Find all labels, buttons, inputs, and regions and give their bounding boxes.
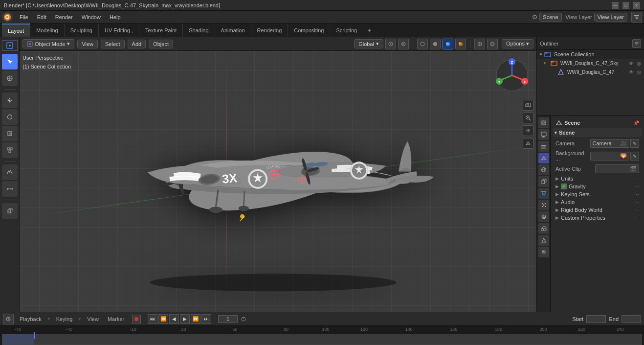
wireframe-shading[interactable] (417, 39, 428, 49)
physics-props-btn[interactable] (538, 211, 549, 222)
constraint-props-btn[interactable] (538, 223, 549, 234)
rigid-body-menu[interactable]: ⋯ (634, 207, 639, 213)
rigid-body-world-section[interactable]: ▶ Rigid Body World ⋯ (553, 206, 642, 214)
viewport-canvas[interactable]: User Perspective (1) Scene Collection (20, 51, 536, 312)
menu-file[interactable]: File (16, 13, 32, 21)
output-props-btn[interactable] (538, 129, 549, 140)
play-btn[interactable]: ▶ (180, 314, 190, 324)
world-props-btn[interactable] (538, 164, 549, 175)
units-section[interactable]: ▶ Units ⋯ (553, 175, 642, 183)
custom-props-menu[interactable]: ⋯ (634, 215, 639, 221)
background-edit-btn[interactable]: ✎ (630, 152, 639, 161)
move-tool[interactable] (2, 92, 18, 108)
gravity-menu[interactable]: ⋯ (634, 184, 639, 189)
menu-help[interactable]: Help (106, 13, 125, 21)
active-clip-value[interactable]: 🎬 (595, 164, 640, 173)
close-button[interactable]: ✕ (633, 2, 640, 9)
camera-value[interactable]: Camera 🎥 (590, 139, 630, 148)
view-menu[interactable]: View (84, 315, 102, 323)
material-props-btn[interactable] (538, 247, 549, 257)
scene-props-btn[interactable] (538, 153, 549, 163)
tab-uv-editing[interactable]: UV Editing , (99, 23, 139, 37)
viewport[interactable]: Object Mode ▾ View Select Add Object Glo… (20, 37, 536, 312)
expand-aircraft[interactable]: ▾ (544, 61, 549, 66)
render-props-btn[interactable] (538, 117, 549, 128)
transform-tool[interactable] (2, 142, 18, 158)
view-layer-selector[interactable]: View Layer (594, 13, 627, 22)
cursor-tool[interactable] (2, 70, 18, 86)
add-workspace-button[interactable]: + (363, 23, 375, 37)
snap-toggle[interactable] (385, 39, 396, 49)
keying-menu[interactable]: Keying (53, 315, 76, 323)
marker-menu[interactable]: Marker (105, 315, 127, 323)
select-tool[interactable] (2, 54, 18, 69)
aircraft-visibility-eye[interactable]: 👁 (629, 61, 634, 66)
collection-expand-arrow[interactable]: ▾ (540, 52, 542, 57)
background-value[interactable]: 🌄 (590, 152, 630, 161)
units-menu[interactable]: ⋯ (634, 176, 639, 182)
filter-button[interactable] (631, 12, 642, 23)
add-cube-tool[interactable] (2, 203, 18, 219)
scale-tool[interactable] (2, 126, 18, 141)
object-menu-button[interactable]: Object (149, 40, 173, 48)
gravity-section[interactable]: ▶ ✓ Gravity ⋯ (553, 183, 642, 190)
audio-menu[interactable]: ⋯ (634, 200, 639, 205)
outliner-item-aircraft-mesh[interactable]: ▾ WWII_Douglas_C_47 👁 ◎ (541, 68, 644, 76)
jump-start-btn[interactable]: ⏮ (148, 314, 157, 324)
timeline-scrubber-area[interactable]: -70 -40 -10 20 50 80 100 120 140 160 180… (0, 326, 644, 345)
camera-edit-btn[interactable]: ✎ (630, 139, 639, 148)
prop-pin-btn[interactable]: 📌 (633, 120, 639, 126)
mesh-visibility-eye[interactable]: 👁 (629, 69, 634, 75)
render-shading[interactable] (455, 39, 466, 49)
view-menu-button[interactable]: View (77, 40, 98, 48)
step-forward-btn[interactable]: ⏩ (191, 314, 200, 324)
object-props-btn[interactable] (538, 176, 549, 187)
jump-end-btn[interactable]: ⏭ (201, 314, 211, 324)
measure-tool[interactable] (2, 181, 18, 197)
audio-section[interactable]: ▶ Audio ⋯ (553, 198, 642, 206)
tab-shading[interactable]: Shading (183, 23, 215, 37)
scene-selector[interactable]: Scene (539, 13, 561, 22)
object-mode-button[interactable]: Object Mode ▾ (22, 39, 74, 48)
tab-layout[interactable]: Layout (2, 23, 30, 37)
annotate-tool[interactable] (2, 164, 18, 180)
gravity-checkbox[interactable]: ✓ (561, 184, 567, 189)
tab-texture-paint[interactable]: Texture Paint (139, 23, 183, 37)
outliner-item-aircraft-collection[interactable]: ▾ WWII_Douglas_C_47_Sky 👁 ◎ (541, 59, 644, 68)
menu-edit[interactable]: Edit (33, 13, 50, 21)
record-button[interactable] (132, 315, 141, 323)
play-reverse-btn[interactable]: ◀ (169, 314, 179, 324)
material-shading[interactable] (443, 39, 453, 49)
solid-shading[interactable] (430, 39, 441, 49)
add-menu-button[interactable]: Add (128, 40, 146, 48)
xray-toggle[interactable] (487, 39, 498, 49)
scene-section-header[interactable]: ▾ Scene (553, 128, 642, 137)
tab-scripting[interactable]: Scripting (330, 23, 363, 37)
proportional-edit-toggle[interactable] (398, 39, 409, 49)
step-back-btn[interactable]: ⏪ (158, 314, 168, 324)
overlays-toggle[interactable] (474, 39, 485, 49)
tab-animation[interactable]: Animation (215, 23, 251, 37)
maximize-button[interactable]: □ (622, 2, 629, 9)
current-frame-input[interactable]: 1 (218, 315, 238, 323)
playback-menu[interactable]: Playback (17, 315, 44, 323)
keying-sets-section[interactable]: ▶ Keying Sets ⋯ (553, 190, 642, 198)
keying-sets-menu[interactable]: ⋯ (634, 192, 639, 197)
custom-props-section[interactable]: ▶ Custom Properties ⋯ (553, 214, 642, 222)
end-frame-input[interactable]: 250 (622, 315, 641, 323)
view-layer-props-btn[interactable] (538, 141, 549, 152)
tab-compositing[interactable]: Compositing (288, 23, 330, 37)
options-button[interactable]: Options ▾ (502, 39, 533, 48)
fly-btn[interactable] (523, 138, 533, 149)
modifier-props-btn[interactable] (538, 188, 549, 199)
transform-space-button[interactable]: Global ▾ (354, 39, 383, 48)
menu-window[interactable]: Window (78, 13, 105, 21)
blender-logo[interactable] (2, 12, 13, 23)
pan-btn[interactable] (523, 125, 533, 136)
data-props-btn[interactable] (538, 235, 549, 246)
select-menu-button[interactable]: Select (101, 40, 125, 48)
outliner-filter-btn[interactable] (632, 39, 641, 48)
menu-render[interactable]: Render (51, 13, 77, 21)
tab-modeling[interactable]: Modeling (30, 23, 65, 37)
mode-icon[interactable] (2, 40, 18, 51)
